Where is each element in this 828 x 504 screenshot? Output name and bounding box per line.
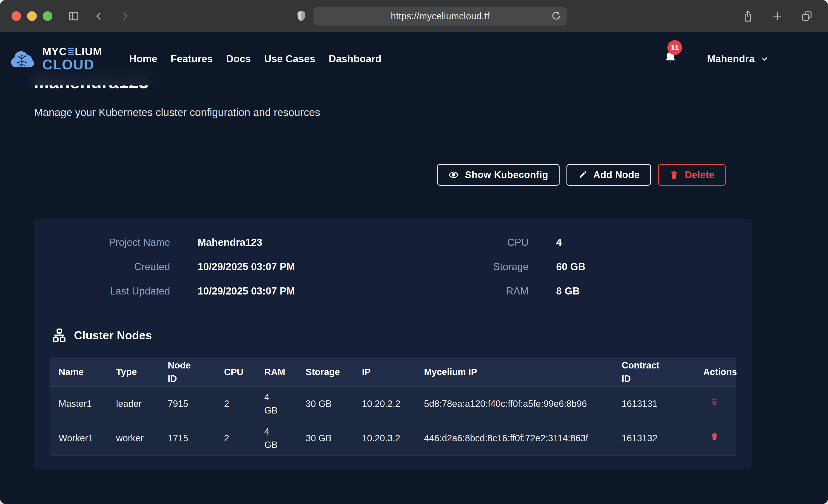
- close-button[interactable]: [11, 11, 21, 21]
- cell-ram: 4 GB: [264, 386, 306, 421]
- share-button[interactable]: [742, 10, 753, 22]
- add-node-label: Add Node: [593, 169, 640, 180]
- table-header-row: Name Type Node ID CPU RAM Storage IP Myc…: [50, 358, 736, 386]
- user-name: Mahendra: [707, 53, 755, 65]
- forward-button[interactable]: [119, 10, 130, 22]
- nav-link-home[interactable]: Home: [129, 53, 157, 65]
- info-label: Storage: [393, 261, 529, 272]
- cell-name: Master1: [50, 386, 116, 421]
- share-icon: [742, 10, 753, 22]
- navbar-right: 11 Mahendra: [663, 51, 770, 67]
- project-info-panel: Project Name Mahendra123 Created 10/29/2…: [34, 219, 752, 469]
- info-row-created: Created 10/29/2025 03:07 PM: [34, 261, 393, 272]
- cell-type: worker: [116, 421, 168, 455]
- delete-node-button[interactable]: [710, 397, 719, 407]
- column-header-actions: Actions: [703, 358, 736, 386]
- table-row: Worker1 worker 1715 2 4 GB 30 GB 10.20.3…: [50, 421, 736, 455]
- info-label: RAM: [393, 285, 529, 297]
- cell-contract-id: 1613132: [622, 421, 703, 455]
- notification-badge: 11: [667, 40, 682, 55]
- cluster-actions: Show Kubeconfig Add Node Delete: [437, 164, 726, 185]
- sidebar-toggle-button[interactable]: [68, 10, 80, 22]
- info-value: 10/29/2025 03:07 PM: [198, 261, 295, 272]
- notification-bell-button[interactable]: 11: [663, 51, 677, 67]
- url-zone: https://myceliumcloud.tf: [130, 7, 733, 26]
- brand-text: MYCLIUM CLOUD: [42, 46, 102, 72]
- column-header-name: Name: [50, 358, 116, 386]
- privacy-shield-icon[interactable]: [296, 10, 306, 22]
- brand-line2: CLOUD: [42, 58, 102, 72]
- trash-icon: [669, 170, 679, 180]
- cell-actions: [703, 421, 736, 455]
- project-info-left: Project Name Mahendra123 Created 10/29/2…: [34, 237, 393, 310]
- column-header-type: Type: [116, 358, 168, 386]
- nav-link-dashboard[interactable]: Dashboard: [329, 53, 381, 65]
- show-kubeconfig-button[interactable]: Show Kubeconfig: [437, 164, 560, 185]
- nav-link-use-cases[interactable]: Use Cases: [264, 53, 316, 65]
- column-header-contract-id: Contract ID: [622, 358, 703, 386]
- info-row-project-name: Project Name Mahendra123: [34, 237, 393, 248]
- cluster-nodes-heading: Cluster Nodes: [51, 327, 152, 344]
- delete-cluster-button[interactable]: Delete: [658, 164, 726, 185]
- column-header-mycelium-ip: Mycelium IP: [424, 358, 622, 386]
- cell-node-id: 1715: [168, 421, 224, 455]
- cell-name: Worker1: [50, 421, 116, 455]
- info-row-storage: Storage 60 GB: [393, 261, 752, 272]
- info-value: 10/29/2025 03:07 PM: [198, 285, 295, 297]
- browser-chrome: https://myceliumcloud.tf: [0, 0, 828, 32]
- delete-cluster-label: Delete: [685, 169, 714, 180]
- column-header-node-id: Node ID: [168, 358, 224, 386]
- column-header-cpu: CPU: [224, 358, 264, 386]
- eye-icon: [448, 170, 459, 180]
- back-button[interactable]: [94, 10, 105, 22]
- project-info-right: CPU 4 Storage 60 GB RAM 8 GB: [393, 237, 752, 310]
- delete-node-button[interactable]: [710, 432, 719, 441]
- minimize-button[interactable]: [27, 11, 37, 21]
- cell-node-id: 7915: [168, 386, 224, 421]
- brand-logo[interactable]: MYCLIUM CLOUD: [9, 46, 102, 72]
- info-row-last-updated: Last Updated 10/29/2025 03:07 PM: [34, 285, 393, 297]
- back-icon: [94, 10, 105, 22]
- new-tab-button[interactable]: [772, 10, 783, 22]
- sidebar-icon: [68, 10, 80, 22]
- cell-contract-id: 1613131: [622, 386, 703, 421]
- page-subtitle: Manage your Kubernetes cluster configura…: [34, 106, 320, 119]
- refresh-button[interactable]: [551, 11, 561, 21]
- cell-actions: [703, 386, 736, 421]
- logo-e-bars-icon: [67, 47, 74, 56]
- nav-link-features[interactable]: Features: [171, 53, 213, 65]
- info-row-cpu: CPU 4: [393, 237, 752, 248]
- chevron-down-icon: [759, 54, 770, 64]
- navbar: MYCLIUM CLOUD Home Features Docs Use Cas…: [0, 32, 828, 85]
- info-value: 8 GB: [556, 285, 580, 297]
- tabs-icon: [801, 10, 813, 22]
- cell-cpu: 2: [224, 421, 264, 455]
- zoom-button[interactable]: [43, 11, 52, 21]
- url-bar[interactable]: https://myceliumcloud.tf: [314, 7, 567, 26]
- cell-storage: 30 GB: [306, 386, 362, 421]
- info-row-ram: RAM 8 GB: [393, 285, 752, 297]
- network-nodes-icon: [51, 327, 68, 344]
- cell-cpu: 2: [224, 386, 264, 421]
- user-menu[interactable]: Mahendra: [707, 53, 770, 65]
- column-header-ram: RAM: [264, 358, 306, 386]
- shield-icon: [296, 10, 306, 22]
- cell-storage: 30 GB: [306, 421, 362, 455]
- trash-icon: [710, 432, 719, 441]
- trash-icon: [710, 397, 719, 407]
- column-header-storage: Storage: [306, 358, 362, 386]
- tabs-overview-button[interactable]: [801, 10, 813, 22]
- add-node-button[interactable]: Add Node: [567, 164, 651, 185]
- nav-link-docs[interactable]: Docs: [226, 53, 251, 65]
- project-info-grid: Project Name Mahendra123 Created 10/29/2…: [34, 219, 752, 310]
- info-label: Project Name: [34, 237, 170, 248]
- cell-ip: 10.20.2.2: [362, 386, 424, 421]
- info-label: Created: [34, 261, 170, 272]
- info-label: Last Updated: [34, 285, 170, 297]
- column-header-ip: IP: [362, 358, 424, 386]
- cell-ram: 4 GB: [264, 421, 306, 455]
- table-row: Master1 leader 7915 2 4 GB 30 GB 10.20.2…: [50, 386, 736, 421]
- info-label: CPU: [393, 237, 529, 248]
- cell-ip: 10.20.3.2: [362, 421, 424, 455]
- browser-window: https://myceliumcloud.tf Mahendra123 Man…: [0, 0, 828, 504]
